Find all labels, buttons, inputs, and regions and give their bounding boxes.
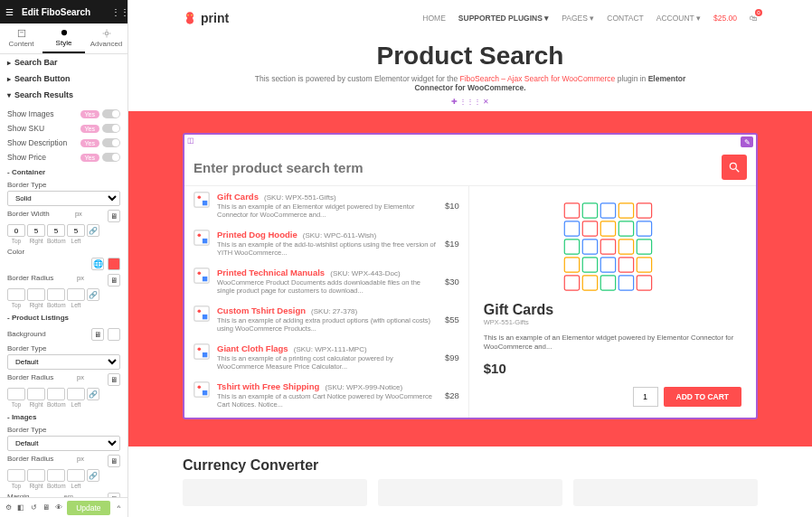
result-thumbnail <box>194 230 210 246</box>
bw-top[interactable] <box>7 224 25 237</box>
menu-icon[interactable]: ☰ <box>5 7 16 17</box>
tab-advanced[interactable]: Advanced <box>85 24 127 53</box>
nav-pages[interactable]: PAGES ▾ <box>562 14 594 23</box>
widget-edit-icon[interactable]: ✎ <box>741 136 753 147</box>
nav-account[interactable]: ACCOUNT ▾ <box>656 14 701 23</box>
br-bottom[interactable] <box>47 288 65 301</box>
result-thumbnail <box>194 268 210 284</box>
ibr-left[interactable] <box>67 469 85 482</box>
nav-price[interactable]: $25.00 <box>713 14 737 23</box>
section-search-results[interactable]: ▾Search Results <box>0 87 127 103</box>
br-left[interactable] <box>67 288 85 301</box>
ibr-bottom[interactable] <box>47 469 65 482</box>
tab-content[interactable]: Content <box>0 24 42 53</box>
desktop-icon[interactable]: 🖥 <box>108 373 120 386</box>
nav-home[interactable]: HOME <box>422 14 446 23</box>
field-border-width: Border Widthpx🖥 🔗 TopRightBottomLeft <box>7 208 120 246</box>
result-item[interactable]: Custom Tshirt Design (SKU: 27-378) This … <box>184 300 468 338</box>
ibr-top[interactable] <box>7 469 25 482</box>
sidebar-scroll[interactable]: ▸Search Bar ▸Search Button ▾Search Resul… <box>0 54 127 497</box>
quantity-input[interactable] <box>633 387 658 407</box>
search-input[interactable] <box>194 160 722 175</box>
bw-bottom[interactable] <box>47 224 65 237</box>
update-button[interactable]: Update <box>67 501 109 515</box>
tab-style[interactable]: Style <box>42 24 85 53</box>
link-icon[interactable]: 🔗 <box>87 224 99 237</box>
result-item[interactable]: Giant Cloth Flags (SKU: WPX-111-MPC) Thi… <box>184 338 468 376</box>
preview-icon[interactable]: 👁 <box>54 502 63 514</box>
lbr-right[interactable] <box>27 388 45 400</box>
desktop-icon[interactable]: 🖥 <box>108 210 120 222</box>
color-swatch[interactable] <box>108 328 120 341</box>
br-right[interactable] <box>27 288 45 301</box>
ibr-right[interactable] <box>27 469 45 482</box>
result-item[interactable]: Gift Cards (SKU: WPX-551-Gifts) This is … <box>184 186 468 224</box>
detail-title: Gift Cards <box>484 302 741 318</box>
result-description: WooCommerce Product Documents adds downl… <box>217 278 438 295</box>
toggle-switch[interactable] <box>102 124 120 133</box>
responsive-icon[interactable]: 🖥 <box>42 502 51 514</box>
cc-card[interactable] <box>573 479 758 506</box>
listings-border-type-select[interactable]: Default <box>7 354 120 370</box>
svg-point-21 <box>198 348 202 352</box>
result-item[interactable]: Tshirt with Free Shipping (SKU: WPX-999-… <box>184 376 468 414</box>
svg-rect-49 <box>619 276 634 290</box>
desktop-icon[interactable]: 🖥 <box>108 274 120 287</box>
lbr-top[interactable] <box>7 388 25 400</box>
images-border-type-select[interactable]: Default <box>7 436 120 451</box>
currency-converter-title: Currency Converter <box>128 446 812 474</box>
svg-rect-46 <box>565 276 580 290</box>
cc-card[interactable] <box>378 479 562 506</box>
svg-rect-42 <box>583 258 598 272</box>
svg-rect-44 <box>619 258 634 272</box>
svg-rect-0 <box>18 30 25 37</box>
update-caret[interactable]: ^ <box>114 501 124 515</box>
link-icon[interactable]: 🔗 <box>87 388 99 400</box>
lbr-left[interactable] <box>67 388 85 400</box>
desktop-icon[interactable]: 🖥 <box>108 455 120 467</box>
cc-card[interactable] <box>183 479 367 506</box>
bw-left[interactable] <box>67 224 85 237</box>
result-title: Gift Cards <box>217 192 259 202</box>
navigator-icon[interactable]: ◧ <box>16 502 25 514</box>
nav-contact[interactable]: CONTACT <box>607 14 643 23</box>
page-title: Product Search <box>128 42 812 70</box>
widget-handles: ◫ ✎ <box>184 135 756 149</box>
cart-icon[interactable]: 🛍0 <box>750 14 758 23</box>
section-search-button[interactable]: ▸Search Button <box>0 70 127 87</box>
result-price: $19 <box>445 239 459 249</box>
sidebar-header: ☰ Edit FiboSearch ⋮⋮⋮ <box>0 0 127 24</box>
section-handles[interactable]: ✚ ⋮⋮⋮ ✕ <box>128 98 812 106</box>
settings-icon[interactable]: ⚙ <box>4 502 13 514</box>
nav-supported-plugins[interactable]: SUPPORTED PLUGINS ▾ <box>458 14 549 23</box>
bw-right[interactable] <box>27 224 45 237</box>
history-icon[interactable]: ↺ <box>29 502 38 514</box>
field-listings-border-type: Border Type Default <box>7 343 120 371</box>
apps-icon[interactable]: ⋮⋮⋮ <box>111 7 122 17</box>
section-search-bar[interactable]: ▸Search Bar <box>0 54 127 70</box>
globe-icon[interactable]: 🌐 <box>91 258 104 270</box>
lbr-bottom[interactable] <box>47 388 65 400</box>
toggle-switch[interactable] <box>102 138 120 147</box>
br-top[interactable] <box>7 288 25 301</box>
search-button[interactable] <box>722 155 747 180</box>
result-sku: (SKU: WPX-111-MPC) <box>294 345 367 353</box>
color-swatch[interactable] <box>108 258 120 270</box>
result-item[interactable]: Printed Technical Manuals (SKU: WPX-443-… <box>184 262 468 300</box>
svg-rect-25 <box>203 390 207 395</box>
link-icon[interactable]: 🔗 <box>87 288 99 301</box>
result-description: This is an example of a custom Cart Noti… <box>217 392 438 409</box>
widget-drag-icon[interactable]: ◫ <box>187 136 194 147</box>
elementor-sidebar: ☰ Edit FiboSearch ⋮⋮⋮ Content Style Adva… <box>0 0 128 517</box>
svg-point-4 <box>187 14 189 16</box>
link-icon[interactable]: 🔗 <box>87 469 99 482</box>
border-type-select[interactable]: Solid <box>7 191 120 206</box>
desktop-icon[interactable]: 🖥 <box>91 328 104 341</box>
site-logo[interactable]: print <box>183 11 229 25</box>
add-to-cart-button[interactable]: ADD TO CART <box>664 387 741 407</box>
toggle-switch[interactable] <box>102 153 120 162</box>
field-listings-border-radius: Border Radiuspx🖥 🔗 TopRightBottomLeft <box>7 371 120 409</box>
result-item[interactable]: Printed Dog Hoodie (SKU: WPC-611-Wish) T… <box>184 224 468 262</box>
toggle-switch[interactable] <box>102 109 120 118</box>
preview-canvas[interactable]: print HOME SUPPORTED PLUGINS ▾ PAGES ▾ C… <box>128 0 812 517</box>
